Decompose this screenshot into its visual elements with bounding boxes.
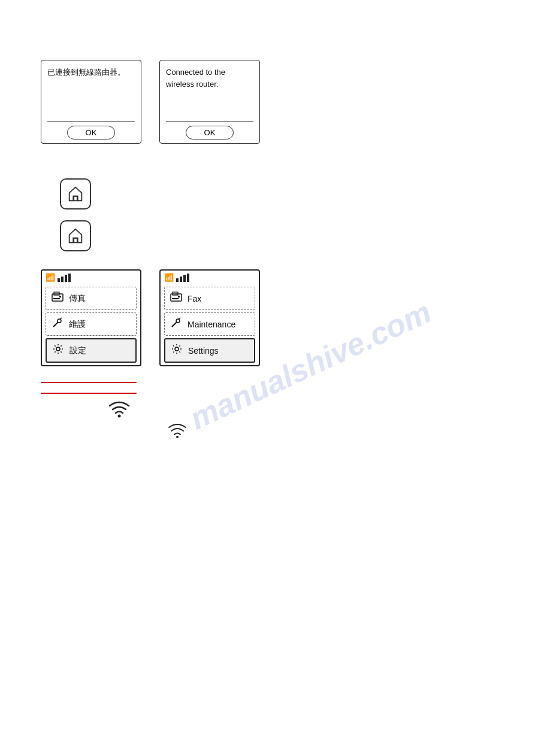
svg-rect-4 <box>65 275 67 282</box>
menu-item-fax-label-english: Fax <box>188 294 201 303</box>
menu-panel-english: 📶 Fax <box>159 269 260 366</box>
svg-rect-0 <box>74 196 77 201</box>
wifi-icon-2-container <box>168 423 187 441</box>
svg-line-13 <box>60 318 62 319</box>
fax-icon-english <box>170 291 183 306</box>
menu-header-chinese: 📶 <box>42 271 140 284</box>
home-icon-2 <box>67 227 84 245</box>
wifi-signal-icon-chinese: 📶 <box>46 273 55 282</box>
home-icon-1 <box>67 185 84 203</box>
svg-line-12 <box>53 325 55 327</box>
fax-icon-chinese <box>51 291 64 306</box>
dialog-chinese-text: 已連接到無線路由器。 <box>47 66 135 117</box>
svg-point-29 <box>176 436 179 438</box>
menu-item-maintenance-label-english: Maintenance <box>188 320 235 329</box>
dialog-english-text: Connected to the wireless router. <box>166 66 253 117</box>
menu-item-maintenance-label-chinese: 維護 <box>69 319 86 330</box>
tools-icon-english <box>170 317 183 332</box>
svg-rect-9 <box>53 298 60 299</box>
svg-point-11 <box>58 319 61 323</box>
svg-rect-3 <box>61 277 64 282</box>
svg-rect-16 <box>180 277 182 282</box>
menu-item-fax-label-chinese: 傳真 <box>69 293 86 304</box>
menu-item-fax-chinese[interactable]: 傳真 <box>46 287 137 310</box>
menu-item-settings-english[interactable]: Settings <box>164 338 255 363</box>
menu-item-settings-chinese[interactable]: 設定 <box>46 338 137 363</box>
svg-rect-22 <box>172 298 179 299</box>
wifi-icon-2 <box>168 423 187 438</box>
home-button-1-container <box>60 178 91 210</box>
page-container: 已連接到無線路由器。 OK Connected to the wireless … <box>0 0 535 756</box>
signal-bars-chinese <box>58 274 71 282</box>
svg-point-27 <box>175 347 179 351</box>
svg-rect-21 <box>178 296 180 297</box>
gear-icon-english <box>170 343 183 358</box>
signal-bars-english <box>176 274 189 282</box>
tools-icon-chinese <box>51 317 64 332</box>
dialog-english-ok-button[interactable]: OK <box>186 126 234 139</box>
svg-rect-8 <box>59 296 61 297</box>
menu-item-maintenance-english[interactable]: Maintenance <box>164 312 255 336</box>
home-button-1[interactable] <box>60 178 91 210</box>
svg-point-28 <box>118 415 121 418</box>
menu-item-maintenance-chinese[interactable]: 維護 <box>46 312 137 336</box>
dialog-english-ok-area: OK <box>166 122 253 143</box>
menu-panels-row: 📶 傳真 <box>41 269 260 366</box>
svg-rect-5 <box>68 274 71 282</box>
home-button-2-container <box>60 220 91 251</box>
menu-item-settings-label-chinese: 設定 <box>69 345 86 356</box>
dialog-english: Connected to the wireless router. OK <box>159 60 260 144</box>
wifi-signal-icon-english: 📶 <box>164 273 174 282</box>
menu-panel-chinese: 📶 傳真 <box>41 269 141 366</box>
dialog-chinese-ok-button[interactable]: OK <box>67 126 116 139</box>
svg-line-25 <box>172 325 174 327</box>
svg-line-26 <box>179 318 180 319</box>
divider-2 <box>41 393 137 394</box>
dialog-row: 已連接到無線路由器。 OK Connected to the wireless … <box>41 60 260 144</box>
svg-rect-15 <box>176 278 179 282</box>
menu-item-settings-label-english: Settings <box>188 346 219 356</box>
wifi-icon-1 <box>108 400 131 418</box>
svg-point-24 <box>176 319 180 323</box>
dialog-chinese-ok-area: OK <box>47 122 135 143</box>
gear-icon-chinese <box>52 343 65 358</box>
svg-rect-17 <box>183 275 186 282</box>
home-button-2[interactable] <box>60 220 91 251</box>
svg-point-14 <box>56 347 60 351</box>
svg-rect-1 <box>74 238 77 243</box>
divider-1 <box>41 382 137 383</box>
menu-item-fax-english[interactable]: Fax <box>164 287 255 310</box>
svg-rect-18 <box>187 274 189 282</box>
menu-header-english: 📶 <box>161 271 259 284</box>
svg-rect-2 <box>58 278 60 282</box>
dialog-chinese: 已連接到無線路由器。 OK <box>41 60 141 144</box>
wifi-icon-1-container <box>108 400 131 420</box>
